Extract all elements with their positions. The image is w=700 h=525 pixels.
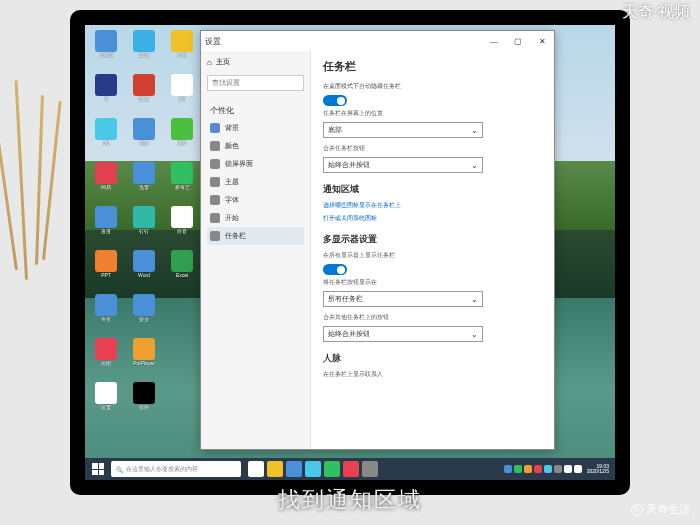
taskbar-app-6[interactable]: [362, 461, 378, 477]
multi-combine-dropdown[interactable]: 所有任务栏: [323, 291, 483, 307]
sidebar-icon: [210, 195, 220, 205]
video-subtitle: 找到通知区域: [278, 485, 422, 515]
sidebar-item-1[interactable]: 颜色: [207, 137, 304, 155]
icon-label: 迅雷: [139, 184, 149, 190]
tray-icon-6[interactable]: [564, 465, 572, 473]
desktop-icon[interactable]: Edge: [128, 30, 160, 68]
taskbar-search[interactable]: 🔍 在这里输入你要搜索的内容: [111, 461, 241, 477]
watermark-logo-icon: 天: [631, 504, 643, 516]
search-icon: 🔍: [116, 466, 123, 473]
position-dropdown[interactable]: 底部: [323, 122, 483, 138]
icon-label: Word: [138, 272, 150, 278]
desktop-icon[interactable]: 设置: [90, 382, 122, 420]
desktop-icon[interactable]: 腾讯: [128, 118, 160, 156]
sidebar-item-4[interactable]: 字体: [207, 191, 304, 209]
desktop-icon[interactable]: 迅雷: [128, 162, 160, 200]
minimize-button[interactable]: —: [486, 33, 502, 49]
sidebar-label: 锁屏界面: [225, 159, 253, 169]
desktop-icon[interactable]: 360: [166, 74, 198, 112]
sidebar-icon: [210, 231, 220, 241]
section-notification: 通知区域: [323, 183, 542, 196]
settings-search-input[interactable]: [207, 75, 304, 91]
sidebar-item-6[interactable]: 任务栏: [207, 227, 304, 245]
taskbar-app-0[interactable]: [248, 461, 264, 477]
sidebar-icon: [210, 213, 220, 223]
taskbar-app-3[interactable]: [305, 461, 321, 477]
notify-link-system[interactable]: 打开或关闭系统图标: [323, 214, 542, 223]
app-icon: [95, 74, 117, 96]
icon-label: 钉钉: [139, 228, 149, 234]
desktop-icon[interactable]: Excel: [166, 250, 198, 288]
sidebar-item-0[interactable]: 背景: [207, 119, 304, 137]
desktop-icon[interactable]: 此电脑: [90, 30, 122, 68]
desktop-icon[interactable]: QQ: [90, 118, 122, 156]
lock-taskbar-toggle[interactable]: [323, 95, 347, 106]
desktop-icon[interactable]: Pr: [90, 74, 122, 112]
combine-dropdown[interactable]: 始终合并按钮: [323, 157, 483, 173]
taskbar-app-5[interactable]: [343, 461, 359, 477]
desktop-icon[interactable]: 百度: [90, 206, 122, 244]
close-button[interactable]: ✕: [534, 33, 550, 49]
desktop-icon[interactable]: 安全: [128, 294, 160, 332]
start-button[interactable]: [88, 459, 108, 479]
desktop-icon[interactable]: 微信: [166, 118, 198, 156]
desktop-icon[interactable]: 管家: [90, 294, 122, 332]
tray-icon-1[interactable]: [514, 465, 522, 473]
icon-label: 微信: [177, 140, 187, 146]
app-icon: [133, 250, 155, 272]
desktop-icon[interactable]: PPT: [90, 250, 122, 288]
icon-label: PPT: [101, 272, 111, 278]
desktop-icon[interactable]: Office: [128, 74, 160, 112]
app-icon: [133, 206, 155, 228]
desktop-icon[interactable]: Word: [128, 250, 160, 288]
window-titlebar: 设置 — ▢ ✕: [201, 31, 554, 51]
tray-icon-0[interactable]: [504, 465, 512, 473]
desktop-icon[interactable]: 文件: [166, 30, 198, 68]
app-icon: [95, 206, 117, 228]
tray-icon-3[interactable]: [534, 465, 542, 473]
app-icon: [133, 294, 155, 316]
maximize-button[interactable]: ▢: [510, 33, 526, 49]
desktop-icon[interactable]: 抖音: [166, 206, 198, 244]
desktop-icon[interactable]: 爱奇艺: [166, 162, 198, 200]
desktop-icon[interactable]: 画图: [90, 338, 122, 376]
taskbar-app-1[interactable]: [267, 461, 283, 477]
system-tray: 19:03 2020/12/5: [504, 464, 612, 475]
icon-label: Edge: [138, 52, 150, 58]
icon-label: PotPlayer: [133, 360, 155, 366]
icon-label: Excel: [176, 272, 188, 278]
multi-merge-dropdown[interactable]: 始终合并按钮: [323, 326, 483, 342]
tray-icon-5[interactable]: [554, 465, 562, 473]
icon-label: 百度: [101, 228, 111, 234]
monitor-frame: 此电脑Edge文件回收站PrOffice360文档QQ腾讯微信工具网易迅雷爱奇艺…: [70, 10, 630, 495]
app-icon: [171, 206, 193, 228]
tray-icon-4[interactable]: [544, 465, 552, 473]
sidebar-label: 开始: [225, 213, 239, 223]
sidebar-item-2[interactable]: 锁屏界面: [207, 155, 304, 173]
desktop-icon[interactable]: PotPlayer: [128, 338, 160, 376]
home-icon[interactable]: ⌂: [207, 58, 212, 67]
tray-icon-7[interactable]: [574, 465, 582, 473]
desktop-icon[interactable]: 剪映: [128, 382, 160, 420]
multi-merge-label: 合并其他任务栏上的按钮: [323, 313, 542, 322]
tray-icon-2[interactable]: [524, 465, 532, 473]
settings-content[interactable]: 任务栏 在桌面模式下自动隐藏任务栏 任务栏在屏幕上的位置 底部 合并任务栏按钮 …: [311, 51, 554, 449]
multi-show-toggle[interactable]: [323, 264, 347, 275]
app-icon: [171, 118, 193, 140]
sidebar-icon: [210, 177, 220, 187]
app-icon: [95, 118, 117, 140]
desktop-icon[interactable]: 钉钉: [128, 206, 160, 244]
sidebar-item-5[interactable]: 开始: [207, 209, 304, 227]
sidebar-item-3[interactable]: 主题: [207, 173, 304, 191]
app-icon: [133, 382, 155, 404]
icon-label: Office: [138, 96, 151, 102]
taskbar-app-2[interactable]: [286, 461, 302, 477]
taskbar-app-4[interactable]: [324, 461, 340, 477]
multi-desc: 在所有显示器上显示任务栏: [323, 251, 542, 260]
windows-logo-icon: [92, 463, 104, 475]
desktop-icon[interactable]: 网易: [90, 162, 122, 200]
tray-clock[interactable]: 19:03 2020/12/5: [584, 464, 612, 475]
notify-link-icons[interactable]: 选择哪些图标显示在任务栏上: [323, 201, 542, 210]
sidebar-icon: [210, 123, 220, 133]
sidebar-label: 任务栏: [225, 231, 246, 241]
